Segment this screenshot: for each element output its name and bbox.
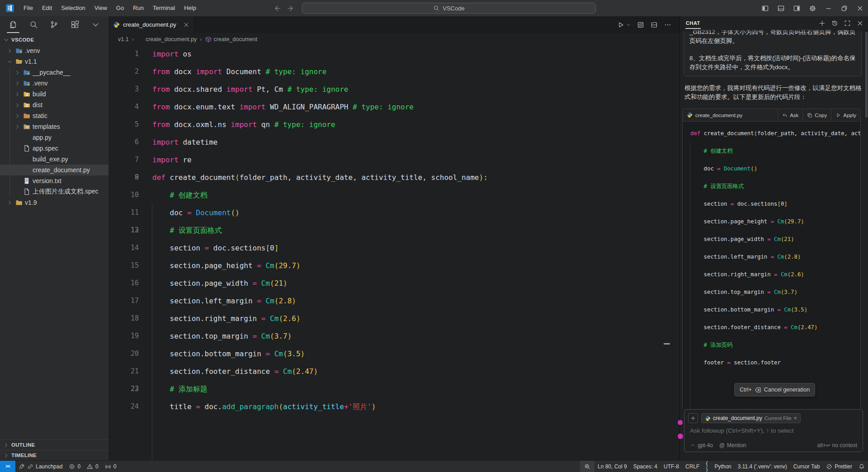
menu-view[interactable]: View [90,0,112,16]
menu-run[interactable]: Run [128,0,148,16]
explorer-root[interactable]: VSCODE [0,34,108,45]
chat-title[interactable]: CHAT [685,18,701,29]
status-item-3.11.4 ('.venv': venv)[interactable]: 3.11.4 ('.venv': venv) [735,461,790,472]
tree-item-templates[interactable]: templates [0,121,108,132]
code-block-action-copy[interactable]: Copy [802,109,831,121]
breadcrumb-item[interactable]: v1.1 [118,36,129,42]
status-item-Prettier[interactable]: Prettier [823,461,855,472]
tree-item-build_exe.py[interactable]: build_exe.py [0,154,108,165]
code-text: # 添加页码 [690,336,860,354]
remote-indicator[interactable]: >< [0,461,15,472]
context-chip[interactable]: create_document.py Current File × [701,413,801,423]
menu-terminal[interactable]: Terminal [148,0,179,16]
chat-input-placeholder[interactable]: Ask followup (Ctrl+Shift+Y), ↑ to select [684,423,863,434]
sidebar-item-outline[interactable]: OUTLINE [0,439,108,450]
activity-extensions-icon[interactable] [67,17,83,33]
status-item-Python[interactable]: { }Python [703,461,734,472]
python-icon [687,112,693,118]
tree-item-.venv[interactable]: .venv [0,45,108,56]
status-item-bell-icon[interactable] [855,461,868,472]
tree-item-app.spec[interactable]: app.spec [0,143,108,154]
editor-action-diff-deco-icon[interactable] [637,21,644,28]
status-item-UTF-8[interactable]: UTF-8 [660,461,682,472]
selection-handle-dot [678,434,683,439]
layout-panel-icon [778,5,784,12]
chat-scrollbar[interactable] [865,32,868,118]
activity-source-control-icon[interactable] [47,17,62,33]
add-context-button[interactable] [688,413,698,423]
slash-circle-icon [826,463,832,470]
tab-close-icon[interactable] [183,22,189,28]
code-line: 14 section = doc.sections[0] [108,239,679,257]
chat-close-icon[interactable] [857,20,863,27]
status-item-0[interactable]: 0 [66,461,84,472]
tree-item-.spec[interactable]: 上传图片生成文档.spec [0,186,108,197]
editor-action-ellipsis-icon[interactable] [664,21,671,28]
line-number: 18 [108,310,139,327]
titlebar-layout-sidebar-right-icon[interactable] [789,0,805,16]
code-editor[interactable]: 1import os2from docx import Document # t… [108,45,679,460]
activity-search-icon[interactable] [26,17,41,33]
activity-files-icon[interactable] [5,17,21,33]
editor-action-chevron-down-icon[interactable] [626,23,631,27]
tree-item-static[interactable]: static [0,110,108,121]
activity-chevron-down-icon[interactable] [88,17,103,33]
tree-item-app.py[interactable]: app.py [0,132,108,143]
status-item-CRLF[interactable]: CRLF [682,461,703,472]
breadcrumb[interactable]: v1.1›create_document.py›create_document [108,33,679,45]
sidebar-item-timeline[interactable]: TIMELINE [0,450,108,460]
status-item-0[interactable]: 0 [84,461,102,472]
menu-go[interactable]: Go [112,0,128,16]
tooltip-label: Cancel generation [764,387,810,393]
titlebar-minimize-icon[interactable] [821,0,836,16]
breadcrumb-item[interactable]: create_document [205,36,258,42]
tree-item-__pycache__[interactable]: __pycache__ [0,67,108,78]
chat-messages[interactable]: _GB2312，字体大小为四号，奇数页页码在右侧页脚，偶数页页码在左侧页脚。 8… [680,30,868,409]
forward-icon[interactable] [287,5,295,12]
titlebar-restore-icon[interactable] [836,0,852,16]
tree-item-version.txt[interactable]: version.txt [0,175,108,186]
python-folder-icon [15,47,23,54]
status-item-Launchpad[interactable]: Launchpad [15,461,66,472]
tree-item-dist[interactable]: dist [0,99,108,110]
titlebar-gear-icon[interactable] [805,0,821,16]
chip-close-icon[interactable]: × [794,415,797,421]
menu-edit[interactable]: Edit [38,0,57,16]
code-block-action-apply[interactable]: Apply [831,109,860,121]
titlebar-layout-panel-icon[interactable] [773,0,789,16]
editor-action-run-icon[interactable] [617,21,624,28]
tree-item-build[interactable]: build [0,89,108,99]
user-message-text: _GB2312，字体大小为四号，奇数页页码在右侧页脚，偶数页页码在左侧页脚。 [689,30,856,45]
titlebar-layout-sidebar-left-icon[interactable] [757,0,773,16]
menu-help[interactable]: Help [179,0,201,16]
status-item-Spaces: 4[interactable]: Spaces: 4 [630,461,660,472]
tree-item-v1.9[interactable]: v1.9 [0,197,108,208]
tab-create-document[interactable]: create_document.py [108,16,194,33]
titlebar-close-icon[interactable] [852,0,868,16]
extensions-icon [71,20,79,29]
command-center-search[interactable]: VSCode [302,3,596,14]
editor-action-split-editor-icon[interactable] [651,21,658,28]
chat-history-icon[interactable] [831,20,838,27]
scrollbar-mark[interactable] [664,343,670,345]
status-item-zoom-in-icon[interactable] [580,461,594,472]
breadcrumb-item[interactable]: create_document.py [137,36,197,42]
back-icon[interactable] [273,5,281,12]
tree-item-create_document.py[interactable]: create_document.py [0,165,108,175]
model-picker[interactable]: gpt-4o [690,442,713,448]
mention-button[interactable]: @ Mention [719,442,746,448]
chat-expand-icon[interactable] [844,20,851,27]
chat-input-box[interactable]: create_document.py Current File × Ask fo… [684,409,863,452]
menu-selection[interactable]: Selection [57,0,90,16]
code-text: # 创建文档 [152,186,679,204]
status-item-Ln 80, Col 9[interactable]: Ln 80, Col 9 [594,461,630,472]
status-item-Cursor Tab[interactable]: Cursor Tab [790,461,823,472]
menu-file[interactable]: File [19,0,38,16]
cancel-generation-tooltip[interactable]: Ctrl+ Cancel generation [734,383,815,396]
chat-plus-icon[interactable] [819,20,826,27]
status-item-0[interactable]: 0 [102,461,120,472]
tree-item-v1.1[interactable]: v1.1 [0,56,108,67]
status-label: 0 [77,463,80,470]
code-block-action-ask[interactable]: Ask [778,109,802,121]
tree-item-.venv[interactable]: .venv [0,78,108,89]
